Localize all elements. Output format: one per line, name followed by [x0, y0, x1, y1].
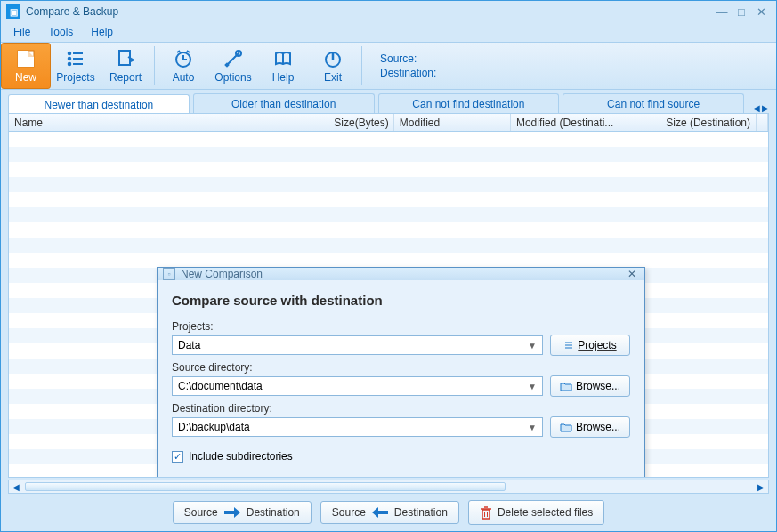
dialog-heading: Compare source with destination [172, 293, 630, 308]
include-subdirs-label: Include subdirectories [189, 450, 293, 463]
bottom-bar: Source Destination Source Destination De… [1, 497, 776, 528]
browse-source-button[interactable]: Browse... [550, 375, 630, 397]
projects-manage-button[interactable]: Projects [550, 335, 630, 356]
tab-newer[interactable]: Newer than destination [8, 94, 190, 114]
report-icon [115, 48, 136, 69]
projects-field-label: Projects: [172, 320, 630, 333]
list-small-icon [563, 340, 574, 351]
arrow-right-icon [223, 506, 241, 519]
folder-icon [560, 382, 572, 391]
chevron-down-icon: ▼ [528, 423, 537, 432]
scroll-thumb[interactable] [25, 482, 506, 491]
arrow-left-icon [371, 506, 389, 519]
tab-no-source[interactable]: Can not find source [563, 93, 744, 113]
new-comparison-dialog: ▫ New Comparison ✕ Compare source with d… [157, 267, 645, 478]
menu-file[interactable]: File [6, 24, 37, 40]
help-button[interactable]: Help [258, 43, 308, 89]
source-label: Source: [380, 52, 436, 66]
help-label: Help [272, 71, 295, 84]
main-window: ▣ Compare & Backup — □ ✕ File Tools Help… [0, 0, 777, 532]
power-icon [322, 48, 344, 69]
browse-dest-button[interactable]: Browse... [550, 416, 630, 438]
auto-button[interactable]: Auto [158, 43, 208, 89]
folder-icon [560, 423, 572, 432]
svg-rect-19 [482, 510, 490, 519]
dialog-body: Compare source with destination Projects… [158, 280, 644, 478]
maximize-button[interactable]: □ [732, 4, 751, 19]
toolbar-divider-2 [361, 46, 362, 85]
path-info: Source: Destination: [366, 52, 436, 80]
source-directory-value: C:\document\data [178, 380, 263, 392]
grid-header: Name Size(Bytes) Modified Modified (Dest… [9, 114, 768, 132]
src-label-2: Source [332, 506, 366, 519]
dest-directory-value: D:\backup\data [178, 421, 250, 433]
chevron-down-icon: ▼ [528, 341, 537, 351]
col-modified-dest[interactable]: Modified (Destinati... [511, 114, 627, 131]
svg-point-3 [69, 58, 71, 60]
exit-label: Exit [324, 71, 342, 84]
dialog-titlebar: ▫ New Comparison ✕ [158, 268, 644, 280]
scroll-right-icon[interactable]: ▶ [754, 482, 768, 492]
book-icon [272, 48, 294, 69]
tab-prev-icon[interactable]: ◀ [753, 103, 760, 113]
dialog-icon: ▫ [163, 268, 175, 280]
new-icon [15, 48, 36, 69]
projects-combo[interactable]: Data ▼ [172, 335, 543, 355]
scroll-left-icon[interactable]: ◀ [9, 482, 23, 492]
source-directory-combo[interactable]: C:\document\data ▼ [172, 376, 543, 396]
dialog-title: New Comparison [181, 268, 625, 280]
col-size-dest[interactable]: Size (Destination) [627, 114, 757, 131]
horizontal-scrollbar[interactable]: ◀ ▶ [8, 480, 769, 494]
col-extra[interactable] [757, 114, 768, 131]
trash-icon [480, 505, 492, 520]
projects-button[interactable]: Projects [51, 43, 101, 89]
tab-next-icon[interactable]: ▶ [762, 103, 769, 113]
browse-source-label: Browse... [576, 380, 620, 392]
dest-label: Destination [247, 506, 300, 519]
tools-icon [223, 48, 244, 69]
auto-label: Auto [173, 71, 195, 84]
report-label: Report [109, 71, 142, 84]
col-size[interactable]: Size(Bytes) [328, 114, 394, 131]
checkbox-icon: ✓ [172, 451, 183, 463]
app-icon: ▣ [6, 4, 20, 19]
destination-label: Destination: [380, 66, 436, 80]
tabstrip: Newer than destination Older than destin… [1, 92, 776, 113]
projects-btn-label: Projects [578, 339, 616, 351]
include-subdirs-row[interactable]: ✓ Include subdirectories [172, 450, 630, 463]
browse-dest-label: Browse... [576, 421, 620, 433]
toolbar: New Projects Report Auto Options [1, 42, 776, 90]
source-field-label: Source directory: [172, 361, 630, 374]
close-window-button[interactable]: ✕ [751, 4, 771, 19]
minimize-button[interactable]: — [712, 4, 732, 19]
tab-older[interactable]: Older than destination [193, 93, 375, 113]
new-label: New [15, 71, 36, 84]
dialog-close-icon[interactable]: ✕ [625, 268, 639, 280]
dest-label-2: Destination [394, 506, 448, 519]
col-name[interactable]: Name [9, 114, 328, 131]
menu-tools[interactable]: Tools [41, 24, 80, 40]
list-icon [65, 48, 86, 69]
report-button[interactable]: Report [101, 43, 150, 89]
copy-source-to-dest-button[interactable]: Source Destination [173, 501, 312, 524]
copy-dest-to-source-button[interactable]: Source Destination [320, 501, 459, 524]
chevron-down-icon: ▼ [528, 382, 537, 391]
menu-help[interactable]: Help [84, 24, 120, 40]
delete-label: Delete selected files [498, 506, 593, 519]
new-button[interactable]: New [1, 43, 51, 89]
delete-selected-button[interactable]: Delete selected files [468, 500, 604, 525]
options-button[interactable]: Options [208, 43, 258, 89]
results-grid: Name Size(Bytes) Modified Modified (Dest… [8, 113, 769, 478]
col-modified[interactable]: Modified [394, 114, 511, 131]
projects-value: Data [178, 339, 200, 351]
menubar: File Tools Help [1, 22, 776, 42]
tab-nav: ◀ ▶ [748, 103, 769, 113]
dest-field-label: Destination directory: [172, 402, 630, 415]
tab-no-destination[interactable]: Can not find destination [378, 93, 560, 113]
src-label: Source [184, 506, 218, 519]
titlebar: ▣ Compare & Backup — □ ✕ [1, 1, 776, 22]
exit-button[interactable]: Exit [308, 43, 358, 89]
toolbar-divider [154, 46, 155, 85]
dest-directory-combo[interactable]: D:\backup\data ▼ [172, 417, 543, 437]
options-label: Options [214, 71, 251, 84]
